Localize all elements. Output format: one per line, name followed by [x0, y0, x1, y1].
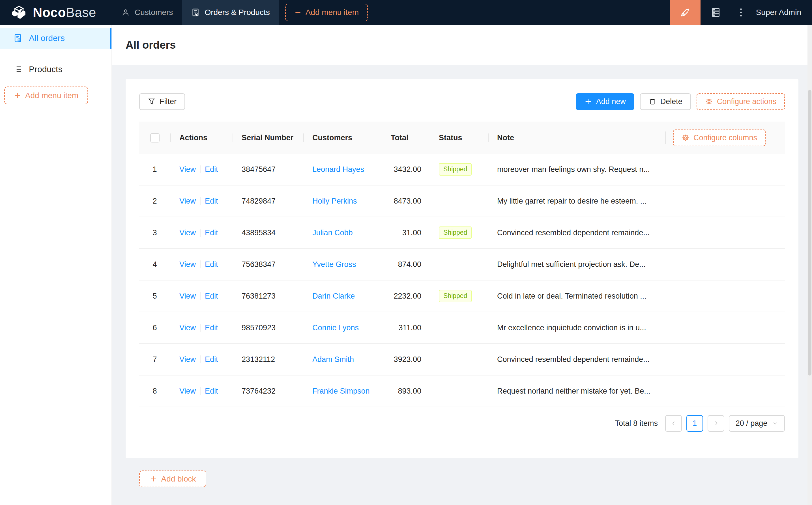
sidebar-add-menu-item-button[interactable]: Add menu item [4, 87, 88, 104]
edit-link[interactable]: Edit [205, 197, 218, 205]
trash-icon [649, 98, 656, 106]
customer-link[interactable]: Holly Perkins [312, 197, 357, 205]
delete-button[interactable]: Delete [640, 93, 691, 110]
ui-editor-button[interactable] [670, 0, 700, 25]
edit-link[interactable]: Edit [205, 260, 218, 269]
column-header-actions: Actions [170, 134, 233, 142]
top-nav: NocoBase Customers Orders & Products Add… [0, 0, 812, 25]
orders-table: Actions Serial Number Customers Total St… [139, 122, 785, 407]
customer-link[interactable]: Darin Clarke [312, 292, 355, 301]
edit-link[interactable]: Edit [205, 387, 218, 395]
configure-columns-button[interactable]: Configure columns [673, 130, 766, 146]
database-icon [710, 7, 721, 18]
sidebar-item-all-orders[interactable]: All orders [0, 28, 112, 49]
total-cell: 8473.00 [382, 197, 430, 205]
action-divider [200, 292, 200, 300]
view-link[interactable]: View [179, 228, 196, 237]
page-size-select[interactable]: 20 / page [729, 415, 785, 432]
customer-link[interactable]: Adam Smith [312, 355, 354, 364]
plugins-button[interactable] [700, 0, 731, 25]
view-link[interactable]: View [179, 292, 196, 301]
previous-page-button[interactable] [665, 415, 682, 432]
nav-item-customers[interactable]: Customers [112, 0, 182, 25]
table-row: 2 View Edit 74829847 Holly Perkins 8473.… [139, 185, 785, 217]
pagination: Total 8 items 1 20 / page [139, 415, 785, 432]
plus-icon [584, 98, 592, 106]
app-logo[interactable]: NocoBase [0, 4, 112, 21]
row-index: 2 [139, 197, 170, 205]
plus-icon [294, 9, 302, 16]
next-page-button[interactable] [708, 415, 724, 432]
user-menu[interactable]: Super Admin [756, 8, 801, 17]
serial-number-cell: 76381273 [233, 292, 303, 301]
customer-link[interactable]: Connie Lyons [312, 323, 359, 332]
note-cell: Convinced resembled dependent remainde..… [488, 355, 785, 364]
table-row: 8 View Edit 73764232 Frankie Simpson 893… [139, 375, 785, 407]
table-row: 1 View Edit 38475647 Leonard Hayes 3432.… [139, 154, 785, 185]
select-all-checkbox[interactable] [150, 133, 160, 143]
row-index: 1 [139, 165, 170, 174]
customer-link[interactable]: Frankie Simpson [312, 387, 370, 395]
nav-item-orders-products[interactable]: Orders & Products [182, 0, 279, 25]
row-actions-cell: View Edit [170, 387, 233, 395]
edit-link[interactable]: Edit [205, 292, 218, 301]
toolbar-actions: Add new Delete [576, 93, 785, 110]
note-cell: Cold in late or deal. Terminated resolut… [488, 292, 785, 301]
chevron-right-icon [713, 420, 719, 427]
status-cell: Shipped [430, 226, 488, 239]
edit-link[interactable]: Edit [205, 355, 218, 364]
edit-link[interactable]: Edit [205, 323, 218, 332]
note-cell: Convinced resembled dependent remainde..… [488, 228, 785, 237]
list-icon [13, 64, 23, 74]
view-link[interactable]: View [179, 260, 196, 269]
serial-number-cell: 43895834 [233, 228, 303, 237]
more-options-button[interactable] [731, 0, 751, 25]
edit-link[interactable]: Edit [205, 228, 218, 237]
main-area: All orders Filter Add new [112, 25, 812, 505]
plus-icon [14, 92, 21, 99]
customer-link[interactable]: Leonard Hayes [312, 165, 364, 174]
total-cell: 311.00 [382, 323, 430, 332]
view-link[interactable]: View [179, 355, 196, 364]
view-link[interactable]: View [179, 387, 196, 395]
total-cell: 874.00 [382, 260, 430, 269]
customer-link[interactable]: Yvette Gross [312, 260, 356, 269]
select-all-cell [139, 133, 170, 143]
configure-actions-button[interactable]: Configure actions [697, 93, 785, 110]
note-cell: Request norland neither mistake for yet.… [488, 387, 785, 395]
filter-button-label: Filter [160, 97, 176, 106]
action-divider [200, 387, 200, 395]
page-number-button[interactable]: 1 [686, 415, 703, 432]
brand-name: NocoBase [33, 5, 96, 20]
edit-link[interactable]: Edit [205, 165, 218, 174]
total-cell: 2232.00 [382, 292, 430, 301]
column-header-total: Total [382, 134, 430, 142]
add-block-button[interactable]: Add block [139, 471, 206, 487]
sidebar-add-menu-item-label: Add menu item [25, 91, 79, 100]
content-area: Filter Add new Delete [112, 65, 812, 505]
view-link[interactable]: View [179, 323, 196, 332]
customer-link[interactable]: Julian Cobb [312, 228, 353, 237]
sidebar-item-products[interactable]: Products [0, 59, 112, 80]
row-actions-cell: View Edit [170, 323, 233, 332]
view-link[interactable]: View [179, 165, 196, 174]
scrollbar-thumb[interactable] [808, 90, 811, 375]
action-divider [200, 261, 200, 268]
customer-cell: Julian Cobb [303, 228, 382, 237]
page-scrollbar[interactable] [807, 25, 812, 505]
nav-right-controls: Super Admin [670, 0, 812, 25]
configure-columns-label: Configure columns [693, 134, 757, 142]
view-link[interactable]: View [179, 197, 196, 205]
add-new-button[interactable]: Add new [576, 93, 634, 110]
nav-add-menu-item-button[interactable]: Add menu item [285, 4, 368, 21]
status-tag: Shipped [439, 163, 471, 176]
customer-cell: Frankie Simpson [303, 387, 382, 395]
action-divider [200, 229, 200, 237]
table-row: 6 View Edit 98570923 Connie Lyons 311.00… [139, 312, 785, 344]
status-tag: Shipped [439, 290, 471, 302]
page-size-value: 20 / page [735, 419, 768, 428]
chevron-left-icon [671, 420, 677, 427]
row-actions-cell: View Edit [170, 292, 233, 301]
filter-button[interactable]: Filter [139, 93, 185, 110]
note-cell: moreover man feelings own shy. Request n… [488, 165, 785, 174]
